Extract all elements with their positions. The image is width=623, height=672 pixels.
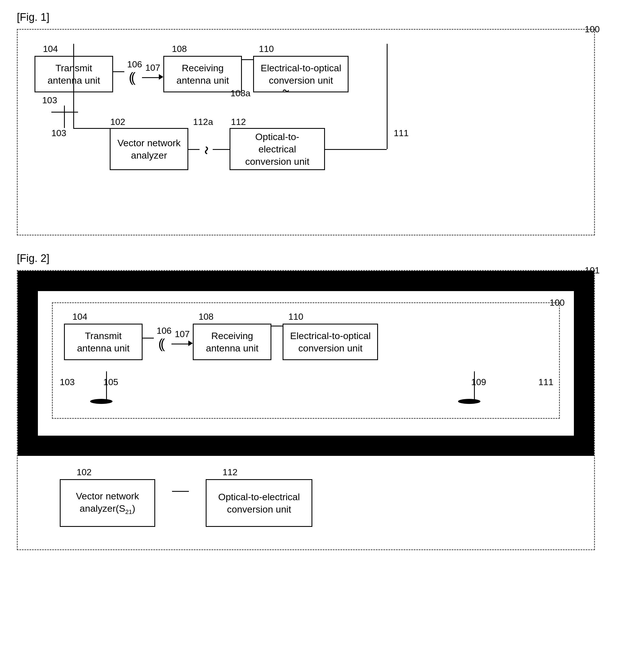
ref-110: 110: [259, 44, 354, 54]
fig1-container: 100 104 Transmit antenna unit 106 ) ) 10…: [17, 29, 595, 235]
vna-box: Vector network analyzer: [110, 128, 188, 170]
wireless-tx-icon: ): [133, 71, 136, 84]
anechoic-chamber: 100 104 Transmit antenna unit 106: [18, 271, 594, 456]
vna-subscript-f2: 21: [125, 508, 132, 515]
ref-100: 100: [585, 24, 600, 34]
receive-antenna-box: Receiving antenna unit: [163, 56, 242, 92]
ref-112-f2: 112: [222, 467, 329, 477]
fig2-inner-dashed-box: 100 104 Transmit antenna unit 106: [52, 302, 560, 419]
wireless-tx-f2-icon2: ): [160, 337, 163, 351]
chamber-top-triangles: [18, 271, 594, 291]
ref-104-f2: 104: [72, 312, 151, 322]
ref-104: 104: [43, 44, 121, 54]
eo-box: Electrical-to-optical conversion unit: [253, 56, 349, 92]
ref-111-f2: 111: [538, 377, 554, 387]
ref-107-f2: 107: [175, 329, 190, 339]
zigzag-108a-icon: 〜: [282, 85, 289, 98]
chamber-left-triangles: [18, 271, 37, 456]
vna-end-f2: ): [132, 503, 135, 514]
ref-102: 102: [110, 117, 125, 127]
ref-105-f2: 105: [103, 377, 118, 387]
ref-109-f2: 109: [471, 377, 486, 387]
fig1-label-text: [Fig. 1]: [17, 11, 606, 23]
zigzag-connector-icon: 〜: [198, 146, 214, 155]
oe-box-f2: Optical-to-electrical conversion unit: [206, 479, 312, 527]
ref-108-f2: 108: [199, 312, 277, 322]
chamber-right-triangles: [574, 271, 594, 456]
ref-107: 107: [145, 63, 160, 73]
ref-103-label: 103: [51, 128, 66, 138]
ref-103: 103: [42, 95, 57, 106]
ref-108: 108: [172, 44, 250, 54]
ref-108a: 108a: [230, 88, 250, 98]
fig2-label-text: [Fig. 2]: [17, 252, 606, 264]
wireless-tx-icon2: ): [131, 71, 133, 84]
wireless-tx-f2-icon: ): [163, 337, 165, 351]
ref-102-f2: 102: [77, 467, 172, 477]
ref-106: 106: [127, 59, 142, 69]
eo-box-f2: Electrical-to-optical conversion unit: [283, 324, 378, 360]
ref-112: 112: [231, 117, 246, 127]
fig2-outer-dashed: 101 100 104 Transmit antenna unit: [17, 270, 595, 550]
receive-antenna-box-f2: Receiving antenna unit: [193, 324, 271, 360]
chamber-bottom-triangles: [18, 436, 594, 456]
ref-100-f2: 100: [550, 297, 565, 308]
oe-box: Optical-to-electrical conversion unit: [230, 128, 325, 170]
transmit-antenna-box-f2: Transmit antenna unit: [64, 324, 143, 360]
ref-111: 111: [394, 128, 409, 138]
ref-103-f2: 103: [60, 377, 75, 387]
ref-112a: 112a: [193, 117, 213, 127]
ref-110-f2: 110: [288, 312, 384, 322]
vna-box-f2: Vector network analyzer(S21): [60, 479, 155, 527]
ref-106-f2: 106: [156, 326, 172, 336]
